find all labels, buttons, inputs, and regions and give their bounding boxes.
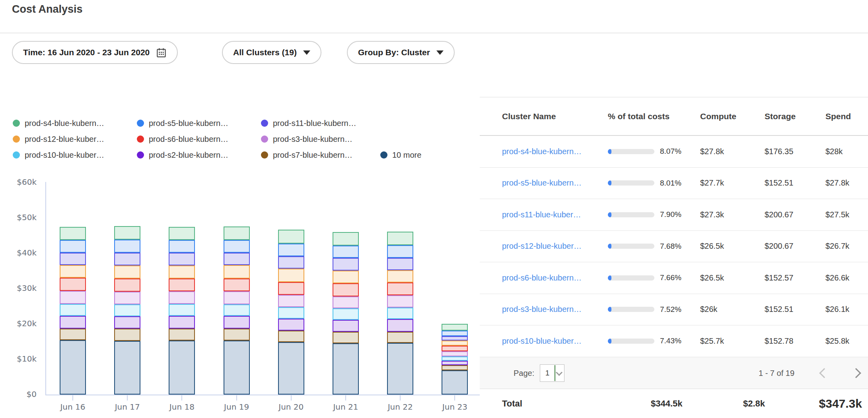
pct-value: 7.43% [660, 337, 681, 345]
pct-of-total-cell: 8.07% [608, 147, 700, 156]
prev-page-button[interactable] [816, 365, 833, 381]
bar-segment-prod-s3-blue-kubern [442, 351, 468, 356]
x-axis-tick-label: Jun 20 [265, 402, 317, 412]
pct-value: 7.52% [660, 305, 681, 314]
caret-down-icon [303, 50, 310, 55]
bar-segment-prod-s4-blue-kubern [169, 227, 195, 240]
table-header-row: Cluster Name % of total costs Compute St… [480, 97, 868, 136]
chart-legend: prod-s4-blue-kubern…prod-s5-blue-kubern…… [13, 115, 421, 163]
legend-item[interactable]: prod-s6-blue-kubern… [137, 135, 261, 144]
legend-color-dot [13, 135, 20, 143]
cluster-name-link[interactable]: prod-s11-blue-kuber… [502, 210, 608, 219]
bar-segment-prod-s6-blue-kubern [387, 283, 413, 295]
bar-segment-10-more [387, 343, 413, 395]
legend-item[interactable]: prod-s5-blue-kubern… [137, 119, 261, 128]
legend-item[interactable]: prod-s3-blue-kubern… [261, 135, 380, 144]
bar-segment-prod-s12-blue-kuber [114, 265, 140, 279]
x-axis-tick [181, 395, 182, 401]
cluster-name-link[interactable]: prod-s4-blue-kubern… [502, 147, 608, 156]
next-page-button[interactable] [848, 365, 864, 381]
bar-segment-prod-s11-blue-kubern [224, 253, 250, 265]
bar-segment-prod-s7-blue-kubern [60, 329, 86, 340]
bar-segment-prod-s12-blue-kuber [333, 271, 359, 283]
bar-segment-prod-s10-blue-kuber [60, 304, 86, 315]
legend-label: prod-s5-blue-kubern… [149, 119, 228, 128]
pct-progress-fill [608, 275, 611, 281]
total-storage-value: $2.8k [743, 399, 765, 409]
legend-item[interactable]: 10 more [380, 151, 421, 160]
bar-segment-prod-s11-blue-kubern [387, 258, 413, 270]
bar-segment-prod-s6-blue-kubern [333, 283, 359, 296]
clusters-filter-dropdown[interactable]: All Clusters (19) [222, 41, 321, 64]
bar-segment-prod-s11-blue-kubern [169, 253, 195, 265]
legend-item[interactable]: prod-s10-blue-kuber… [13, 151, 137, 160]
bar-segment-prod-s10-blue-kuber [333, 308, 359, 320]
y-axis-tick-label: $40k [8, 248, 37, 257]
bar-segment-prod-s12-blue-kuber [387, 270, 413, 283]
legend-item[interactable]: prod-s4-blue-kubern… [13, 119, 137, 128]
pct-value: 8.01% [660, 179, 681, 188]
bar-segment-prod-s3-blue-kubern [278, 295, 304, 307]
bar-segment-prod-s6-blue-kubern [114, 279, 140, 292]
x-axis-tick [345, 395, 346, 401]
cluster-name-link[interactable]: prod-s6-blue-kubern… [502, 273, 608, 283]
bar-segment-10-more [114, 341, 140, 395]
storage-value: $152.78 [765, 337, 825, 346]
bar-segment-prod-s3-blue-kubern [333, 296, 359, 308]
pct-value: 7.90% [660, 210, 681, 219]
spend-value: $26.6k [825, 273, 868, 283]
bar-segment-prod-s11-blue-kubern [114, 253, 140, 265]
bar-segment-prod-s7-blue-kubern [387, 332, 413, 343]
stacked-bar-chart: $0$10k$20k$30k$40k$50k$60kJun 16Jun 17Ju… [0, 175, 493, 418]
y-axis-line [45, 182, 46, 395]
cluster-name-link[interactable]: prod-s5-blue-kubern… [502, 178, 608, 188]
time-range-filter-button[interactable]: Time: 16 Jun 2020 - 23 Jun 2020 [12, 41, 178, 64]
pct-progress-fill [608, 212, 611, 217]
bar-segment-prod-s4-blue-kubern [60, 227, 86, 240]
cluster-name-link[interactable]: prod-s10-blue-kuber… [502, 337, 608, 346]
pct-progress-bar [608, 307, 654, 312]
cluster-name-link[interactable]: prod-s12-blue-kuber… [502, 242, 608, 251]
legend-item[interactable]: prod-s12-blue-kuber… [13, 135, 137, 144]
legend-item[interactable]: prod-s11-blue-kubern… [261, 119, 380, 128]
legend-label: prod-s6-blue-kubern… [149, 135, 228, 144]
table-row: prod-s10-blue-kuber… 7.43% $25.7k $152.7… [480, 325, 868, 357]
bar-segment-prod-s12-blue-kuber [169, 265, 195, 279]
legend-color-dot [261, 135, 268, 143]
bar-segment-prod-s7-blue-kubern [114, 329, 140, 341]
pct-progress-fill [608, 307, 611, 312]
bar-segment-prod-s10-blue-kuber [442, 356, 468, 361]
y-axis-tick-label: $50k [8, 213, 37, 222]
pct-value: 8.07% [660, 147, 681, 156]
compute-value: $26.5k [700, 273, 765, 283]
legend-item[interactable]: prod-s7-blue-kubern… [261, 151, 380, 160]
total-spend-value: $347.3k [794, 397, 862, 410]
cluster-name-link[interactable]: prod-s3-blue-kubern… [502, 305, 608, 314]
pct-progress-bar [608, 180, 654, 186]
pct-of-total-cell: 8.01% [608, 179, 700, 188]
cost-table-panel: Cluster Name % of total costs Compute St… [480, 97, 868, 418]
pct-value: 7.68% [660, 242, 681, 251]
bar-segment-prod-s6-blue-kubern [278, 282, 304, 295]
bar-segment-prod-s3-blue-kubern [169, 291, 195, 304]
bar-segment-prod-s6-blue-kubern [442, 346, 468, 351]
compute-value: $26.5k [700, 242, 765, 251]
x-axis-tick [127, 395, 128, 401]
bar-segment-prod-s5-blue-kubern [169, 240, 195, 253]
pct-progress-fill [608, 180, 611, 186]
pct-progress-fill [608, 339, 611, 344]
bar-segment-prod-s4-blue-kubern [333, 232, 359, 246]
group-by-dropdown[interactable]: Group By: Cluster [347, 41, 455, 64]
legend-item[interactable]: prod-s2-blue-kubern… [137, 151, 261, 160]
page-select[interactable]: 1 [540, 364, 564, 382]
legend-label: prod-s12-blue-kuber… [25, 135, 104, 144]
bar-segment-prod-s12-blue-kuber [278, 269, 304, 282]
bar-segment-prod-s12-blue-kuber [60, 265, 86, 278]
total-label: Total [502, 399, 522, 409]
table-row: prod-s4-blue-kubern… 8.07% $27.8k $176.3… [480, 136, 868, 168]
legend-label: prod-s4-blue-kubern… [25, 119, 104, 128]
legend-label: prod-s11-blue-kubern… [273, 119, 356, 128]
time-range-label: Time: 16 Jun 2020 - 23 Jun 2020 [23, 48, 150, 57]
bar-segment-prod-s7-blue-kubern [333, 332, 359, 343]
spend-value: $26.7k [825, 242, 868, 251]
